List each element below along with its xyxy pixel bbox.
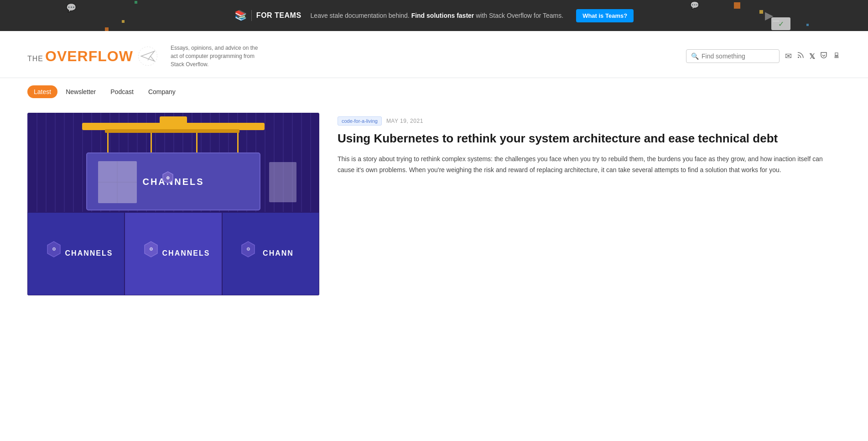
search-box[interactable]: 🔍 xyxy=(686,49,780,63)
logo-the: THE xyxy=(27,55,43,63)
svg-rect-46 xyxy=(196,130,198,153)
what-is-teams-button[interactable]: What is Teams? xyxy=(576,9,634,22)
svg-text:CHANNELS: CHANNELS xyxy=(162,249,210,257)
main-content: CHANNELS ⚙ ⚙ CHANNELS ⚙ xyxy=(0,98,868,310)
deco-card: ✓ xyxy=(771,17,790,30)
paper-plane-icon xyxy=(138,46,158,66)
article-title: Using Kubernetes to rethink your system … xyxy=(338,131,841,147)
svg-text:⚙: ⚙ xyxy=(246,247,250,252)
banner-desc-end: with Stack Overflow for Teams. xyxy=(474,12,563,19)
svg-rect-47 xyxy=(237,130,239,153)
article-tag[interactable]: code-for-a-living xyxy=(338,116,382,126)
deco-chat-icon: 💬 xyxy=(66,3,76,13)
tab-podcast[interactable]: Podcast xyxy=(104,85,140,98)
article-date: MAY 19, 2021 xyxy=(386,118,423,124)
deco-dot-1 xyxy=(105,27,109,31)
svg-rect-5 xyxy=(835,56,839,57)
deco-dot-2 xyxy=(122,20,125,23)
featured-image: CHANNELS ⚙ ⚙ CHANNELS ⚙ xyxy=(27,113,319,295)
svg-rect-35 xyxy=(265,113,265,213)
svg-rect-14 xyxy=(73,113,74,213)
svg-rect-4 xyxy=(835,57,839,58)
svg-text:⚙: ⚙ xyxy=(149,247,153,252)
svg-rect-12 xyxy=(55,113,56,213)
article-info: code-for-a-living MAY 19, 2021 Using Kub… xyxy=(338,113,841,175)
social-icons: ✉ 𝕏 xyxy=(785,51,841,62)
banner-desc-bold: Find solutions faster xyxy=(411,12,474,19)
article-excerpt: This is a story about trying to rethink … xyxy=(338,154,841,176)
article-meta: code-for-a-living MAY 19, 2021 xyxy=(338,116,841,126)
svg-rect-40 xyxy=(310,113,311,213)
banner-for-teams-label: FOR TEAMS xyxy=(256,11,301,20)
svg-rect-43 xyxy=(160,116,187,129)
rss-icon[interactable] xyxy=(796,51,805,62)
banner-desc-plain: Leave stale documentation behind. xyxy=(311,12,411,19)
svg-rect-57 xyxy=(269,162,296,202)
deco-yellow-sq xyxy=(759,10,763,14)
banner-divider xyxy=(251,10,252,21)
tab-latest[interactable]: Latest xyxy=(27,85,57,98)
svg-text:CHANNELS: CHANNELS xyxy=(65,249,113,257)
logo-text: THE OVERFLOW xyxy=(27,48,133,65)
twitter-icon[interactable]: 𝕏 xyxy=(809,52,815,61)
top-banner: 💬 💬 ▶_ ✓ 📚 FOR TEAMS Leave stale documen… xyxy=(0,0,868,31)
featured-image-container: CHANNELS ⚙ ⚙ CHANNELS ⚙ xyxy=(27,113,319,295)
tab-company[interactable]: Company xyxy=(142,85,182,98)
header-tagline: Essays, opinions, and advice on the act … xyxy=(171,44,262,68)
svg-text:⚙: ⚙ xyxy=(52,247,56,252)
deco-sq-1 xyxy=(135,1,137,4)
main-nav: Latest Newsletter Podcast Company xyxy=(0,78,868,98)
stack-logo-icon: 📚 xyxy=(234,10,247,21)
svg-rect-9 xyxy=(27,113,28,213)
header-right: 🔍 ✉ 𝕏 xyxy=(686,49,841,63)
deco-check-icon: ✓ xyxy=(778,20,784,28)
svg-rect-39 xyxy=(301,113,302,213)
search-input[interactable] xyxy=(702,52,774,60)
svg-text:⚙: ⚙ xyxy=(166,176,170,180)
tab-newsletter[interactable]: Newsletter xyxy=(59,85,102,98)
banner-logo: 📚 FOR TEAMS xyxy=(234,10,301,21)
kubernetes-illustration: CHANNELS ⚙ ⚙ CHANNELS ⚙ xyxy=(27,113,319,295)
deco-chat-tr: 💬 xyxy=(690,1,699,10)
logo-area: THE OVERFLOW xyxy=(27,46,158,66)
svg-rect-44 xyxy=(107,130,109,153)
deco-orange-sq xyxy=(734,2,740,9)
svg-rect-45 xyxy=(151,130,152,153)
svg-text:CHANNELS: CHANNELS xyxy=(142,177,204,187)
svg-point-3 xyxy=(798,57,799,58)
banner-content: 📚 FOR TEAMS Leave stale documentation be… xyxy=(234,9,634,22)
main-header: THE OVERFLOW Essays, opinions, and advic… xyxy=(0,31,868,78)
banner-description: Leave stale documentation behind. Find s… xyxy=(311,12,564,19)
search-icon: 🔍 xyxy=(691,52,699,60)
svg-rect-11 xyxy=(46,113,47,213)
svg-rect-10 xyxy=(36,113,37,213)
svg-rect-13 xyxy=(64,113,65,213)
svg-text:CHANN: CHANN xyxy=(263,249,294,257)
header-left: THE OVERFLOW Essays, opinions, and advic… xyxy=(27,44,262,68)
svg-rect-48 xyxy=(105,129,239,133)
pocket-icon[interactable] xyxy=(820,51,828,62)
deco-blue-dot xyxy=(806,24,809,26)
stackoverflow-icon[interactable] xyxy=(832,51,841,62)
logo-overflow: OVERFLOW xyxy=(45,48,133,65)
email-icon[interactable]: ✉ xyxy=(785,51,792,61)
